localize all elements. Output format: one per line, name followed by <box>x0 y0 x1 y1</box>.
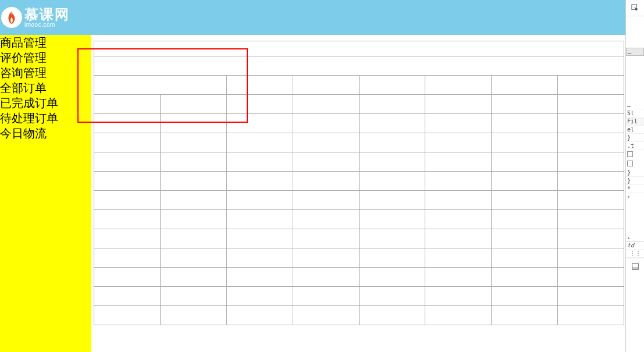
devtools-expand-arrow-icon[interactable]: ▸ <box>626 234 644 241</box>
table-cell <box>492 114 558 133</box>
devtools-checkbox[interactable] <box>627 161 633 166</box>
table-row <box>94 287 624 306</box>
table-cell <box>226 229 293 248</box>
logo-sub-text: imooc.com <box>24 22 70 28</box>
table-cell <box>359 95 425 114</box>
table-row <box>94 306 624 325</box>
table-cell <box>160 191 226 210</box>
svg-rect-2 <box>632 266 638 269</box>
table-cell <box>293 191 359 210</box>
table-row <box>94 95 624 114</box>
devtools-more-dots[interactable]: … <box>626 101 644 109</box>
table-cell <box>94 95 161 114</box>
table-cell <box>425 287 492 306</box>
table-cell <box>492 287 558 306</box>
sidebar-item-today-logistics[interactable]: 今日物流 <box>0 126 91 141</box>
devtools-code-line: el <box>626 126 644 134</box>
table-cell <box>226 210 293 229</box>
table-cell <box>160 114 226 133</box>
devtools-expand-arrow-icon[interactable]: ▸ <box>626 193 644 200</box>
devtools-bottom-icon[interactable] <box>626 258 644 274</box>
table-cell <box>293 114 359 133</box>
table-cell <box>492 172 558 191</box>
table-cell <box>558 287 624 306</box>
table-header-row <box>94 76 624 95</box>
logo-text: 慕课网 imooc.com <box>24 8 70 28</box>
table-cell <box>359 248 425 268</box>
table-cell <box>160 268 226 287</box>
logo[interactable]: 慕课网 imooc.com <box>0 0 70 35</box>
table-cell <box>293 287 359 306</box>
main-area <box>91 35 625 352</box>
data-table <box>94 41 624 325</box>
devtools-code-brace: } <box>626 134 644 142</box>
devtools-code-star: * <box>626 185 644 193</box>
sidebar-item-product-mgmt[interactable]: 商品管理 <box>0 35 91 50</box>
table-cell <box>492 95 558 114</box>
table-cell <box>359 268 425 287</box>
table-cell <box>226 114 293 133</box>
table-cell <box>359 152 425 172</box>
devtools-tab-styles[interactable]: St <box>626 109 644 118</box>
table-cell <box>558 306 624 325</box>
devtools-code-line: .t <box>626 142 644 150</box>
table-cell <box>226 248 293 268</box>
devtools-panel[interactable]: … … St Fil el } .t } } * ▸ ▸ td ⋮⋮ <box>625 0 644 352</box>
table-cell <box>425 229 492 248</box>
devtools-checkbox[interactable] <box>627 151 633 157</box>
table-cell <box>293 152 359 172</box>
table-row <box>94 114 624 133</box>
table-cell <box>94 191 161 210</box>
table-cell <box>226 172 293 191</box>
table-cell <box>492 229 558 248</box>
header: 慕课网 imooc.com <box>0 0 625 35</box>
table-cell <box>94 268 161 287</box>
table-cell <box>226 287 293 306</box>
devtools-drag-handle-icon[interactable]: ⋮⋮ <box>626 250 644 258</box>
table-cell <box>425 306 492 325</box>
table-row <box>94 248 624 268</box>
sidebar-item-consult-mgmt[interactable]: 咨询管理 <box>0 65 91 80</box>
table-cell <box>226 191 293 210</box>
table-input-row <box>94 56 624 76</box>
table-row <box>94 133 624 152</box>
table-cell <box>94 172 161 191</box>
table-cell <box>492 268 558 287</box>
table-cell <box>558 229 624 248</box>
table-cell <box>425 152 492 172</box>
table-row <box>94 172 624 191</box>
devtools-code-brace: } <box>626 169 644 177</box>
table-cell <box>359 133 425 152</box>
table-cell <box>293 248 359 268</box>
table-cell <box>558 95 624 114</box>
sidebar-item-all-orders[interactable]: 全部订单 <box>0 80 91 95</box>
body-wrap: 商品管理 评价管理 咨询管理 全部订单 已完成订单 待处理订单 今日物流 <box>0 35 625 352</box>
table-cell <box>226 306 293 325</box>
table-cell <box>359 114 425 133</box>
table-cell <box>94 210 161 229</box>
table-row <box>94 152 624 172</box>
devtools-select-element-icon[interactable] <box>626 0 644 16</box>
table-header-cell <box>226 76 293 95</box>
sidebar-item-pending-orders[interactable]: 待处理订单 <box>0 111 91 126</box>
devtools-code-brace: } <box>626 177 644 185</box>
table-cell <box>425 268 492 287</box>
table-cell <box>558 133 624 152</box>
table-row <box>94 210 624 229</box>
table-cell <box>558 172 624 191</box>
devtools-breadcrumb-td[interactable]: td <box>626 241 644 250</box>
table-cell <box>558 248 624 268</box>
table-cell <box>293 306 359 325</box>
sidebar-item-review-mgmt[interactable]: 评价管理 <box>0 50 91 65</box>
table-cell <box>359 191 425 210</box>
devtools-tab-filter[interactable]: Fil <box>626 118 644 126</box>
table-cell <box>160 210 226 229</box>
table-cell <box>359 229 425 248</box>
table-cell <box>425 114 492 133</box>
sidebar-item-done-orders[interactable]: 已完成订单 <box>0 95 91 111</box>
devtools-more-icon[interactable]: … <box>626 48 644 56</box>
table-row <box>94 191 624 210</box>
table-input-cell[interactable] <box>94 56 624 76</box>
table-cell <box>492 248 558 268</box>
table-cell <box>160 229 226 248</box>
